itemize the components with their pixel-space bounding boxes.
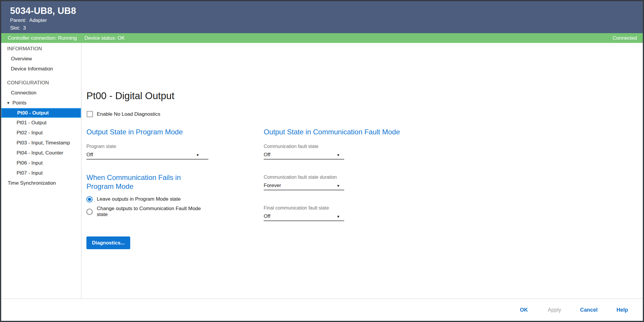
leave-outputs-label: Leave outputs in Program Mode state xyxy=(97,196,181,202)
leave-outputs-option[interactable]: Leave outputs in Program Mode state xyxy=(86,195,208,203)
titlebar: 5034-UB8, UB8 Parent:Adapter Slot:3 xyxy=(1,1,643,33)
communication-fault-state-dropdown[interactable]: Off ▼ xyxy=(264,151,344,160)
final-communication-fault-state-field: Final communication fault state Off ▼ xyxy=(264,205,344,221)
main-panel: Pt00 - Digital Output Enable No Load Dia… xyxy=(82,43,643,298)
communication-fault-duration-dropdown[interactable]: Forever ▼ xyxy=(264,181,344,190)
sidebar-header-information: INFORMATION xyxy=(1,44,81,54)
sidebar-item-pt03-input-timestamp[interactable]: Pt03 - Input, Timestamp xyxy=(1,138,81,148)
change-outputs-label: Change outputs to Communication Fault Mo… xyxy=(97,206,208,218)
cancel-button[interactable]: Cancel xyxy=(577,304,600,316)
enable-no-load-diagnostics-checkbox[interactable] xyxy=(87,111,93,117)
final-communication-fault-state-dropdown[interactable]: Off ▼ xyxy=(264,212,344,221)
sidebar-item-time-synchronization[interactable]: Time Synchronization xyxy=(1,178,81,188)
change-outputs-option[interactable]: Change outputs to Communication Fault Mo… xyxy=(86,207,208,216)
sidebar-item-pt04-input-counter[interactable]: Pt04 - Input, Counter xyxy=(1,148,81,158)
device-title: 5034-UB8, UB8 xyxy=(10,5,643,17)
when-communication-fails-heading: When Communication Fails in Program Mode xyxy=(86,173,208,191)
program-state-label: Program state xyxy=(86,144,208,149)
leave-outputs-radio[interactable] xyxy=(86,196,93,202)
enable-no-load-diagnostics-label: Enable No Load Diagnostics xyxy=(97,111,160,117)
footer-bar: OK Apply Cancel Help xyxy=(1,298,643,321)
sidebar-item-pt02-input[interactable]: Pt02 - Input xyxy=(1,128,81,138)
sidebar-item-points[interactable]: ▼Points xyxy=(1,98,81,108)
status-bar: Controller connection: Running Device st… xyxy=(1,33,643,43)
parent-row: Parent:Adapter xyxy=(10,17,643,24)
ok-button[interactable]: OK xyxy=(516,304,532,316)
program-state-value: Off xyxy=(86,152,93,157)
parent-value: Adapter xyxy=(29,17,47,23)
final-communication-fault-state-label: Final communication fault state xyxy=(264,205,344,211)
output-state-program-mode-heading: Output State in Program Mode xyxy=(86,128,208,136)
device-status: Device status: OK xyxy=(84,35,125,41)
sidebar-item-pt00-output[interactable]: Pt00 - Output xyxy=(1,108,81,118)
change-outputs-radio[interactable] xyxy=(86,209,93,215)
dropdown-caret-icon[interactable]: ▼ xyxy=(337,215,340,219)
communication-fault-state-value: Off xyxy=(264,152,270,157)
sidebar-item-connection[interactable]: Connection xyxy=(1,88,81,98)
communication-fault-state-label: Communication fault state xyxy=(264,144,344,149)
help-button[interactable]: Help xyxy=(614,304,631,316)
communication-fault-duration-field: Communication fault state duration Forev… xyxy=(264,174,344,190)
apply-button[interactable]: Apply xyxy=(545,304,564,316)
slot-label: Slot: xyxy=(10,25,20,31)
sidebar-item-points-label: Points xyxy=(12,100,26,106)
sidebar-item-pt01-output[interactable]: Pt01 - Output xyxy=(1,118,81,128)
module-properties-window: 5034-UB8, UB8 Parent:Adapter Slot:3 Cont… xyxy=(0,0,644,322)
final-communication-fault-state-value: Off xyxy=(264,213,270,219)
sidebar-item-overview[interactable]: Overview xyxy=(1,54,81,64)
program-state-dropdown[interactable]: Off ▼ xyxy=(86,151,208,160)
communication-fault-duration-label: Communication fault state duration xyxy=(264,174,344,180)
category-sidebar: INFORMATION Overview Device Information … xyxy=(1,43,82,298)
controller-connection-status: Controller connection: Running xyxy=(8,35,77,41)
output-state-comm-fault-heading: Output State in Communication Fault Mode xyxy=(264,128,344,136)
dropdown-caret-icon[interactable]: ▼ xyxy=(337,153,340,157)
sidebar-item-pt06-input[interactable]: Pt06 - Input xyxy=(1,158,81,168)
slot-value: 3 xyxy=(23,25,26,31)
sidebar-item-pt07-input[interactable]: Pt07 - Input xyxy=(1,168,81,178)
connected-status: Connected xyxy=(613,35,637,41)
program-state-field: Program state Off ▼ xyxy=(86,144,208,160)
enable-no-load-diagnostics-row[interactable]: Enable No Load Diagnostics xyxy=(87,111,160,117)
parent-label: Parent: xyxy=(10,17,26,23)
sidebar-item-device-information[interactable]: Device Information xyxy=(1,64,81,74)
communication-fault-duration-value: Forever xyxy=(264,183,281,188)
dropdown-caret-icon[interactable]: ▼ xyxy=(337,184,340,188)
communication-fault-state-field: Communication fault state Off ▼ xyxy=(264,144,344,160)
slot-row: Slot:3 xyxy=(10,24,643,32)
diagnostics-button[interactable]: Diagnostics... xyxy=(86,236,130,249)
page-title: Pt00 - Digital Output xyxy=(86,90,174,102)
sidebar-header-configuration: CONFIGURATION xyxy=(1,78,81,88)
points-expander-icon[interactable]: ▼ xyxy=(7,98,10,108)
dropdown-caret-icon[interactable]: ▼ xyxy=(196,153,199,157)
